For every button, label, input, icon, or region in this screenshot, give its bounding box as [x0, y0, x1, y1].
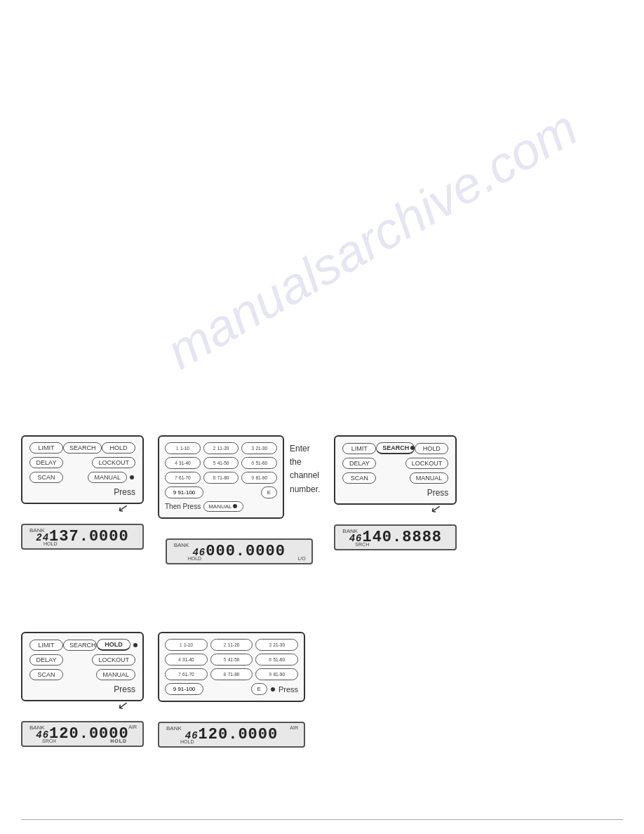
key-8[interactable]: 8 71-80	[203, 472, 239, 484]
then-press-label: Then Press MANUAL	[165, 501, 277, 512]
panel-group-2: 1 1-10 2 11-20 3 21-30 4 31-40 5 41-50 6…	[158, 435, 320, 564]
lcd-value-5: 120.0000	[199, 726, 279, 743]
panel-group-5: 1 1-10 2 11-20 3 21-30 4 31-40 5 41-50 6…	[158, 632, 305, 748]
panel-group-3: LIMIT SEARCH HOLD DELAY LOCKOUT SCAN MAN…	[334, 435, 457, 550]
lcd-hold-label-1: HOLD	[43, 541, 57, 546]
hold-btn-4[interactable]: HOLD	[97, 639, 130, 651]
keypad-panel-5: 1 1-10 2 11-20 3 21-30 4 31-40 5 41-50 6…	[158, 632, 305, 702]
scan-btn-4[interactable]: SCAN	[29, 669, 63, 680]
lcd-bank-label-3: BANK	[342, 528, 358, 534]
lcd-value-2: 000.0000	[206, 543, 286, 560]
key-7[interactable]: 7 61-70	[165, 472, 201, 484]
press-label-4: Press	[29, 684, 135, 694]
panel-group-4: LIMIT SEARCH HOLD DELAY LOCKOUT SCAN MAN…	[21, 632, 144, 747]
hold-btn-3[interactable]: HOLD	[415, 443, 448, 454]
key5-6[interactable]: 6 51-60	[255, 654, 298, 666]
lcd-bank-label-1: BANK	[29, 527, 45, 534]
button-panel-4: LIMIT SEARCH HOLD DELAY LOCKOUT SCAN MAN…	[21, 632, 144, 701]
lockout-btn-3[interactable]: LOCKOUT	[405, 458, 449, 469]
button-panel-3: LIMIT SEARCH HOLD DELAY LOCKOUT SCAN MAN…	[334, 435, 457, 505]
limit-btn-4[interactable]: LIMIT	[29, 640, 63, 651]
manual-btn-1[interactable]: MANUAL	[88, 472, 127, 483]
press-arrow-1: ↙	[116, 499, 130, 516]
key-5[interactable]: 5 41-50	[203, 457, 239, 469]
press-label-5: Press	[279, 685, 298, 694]
panel-group-1: LIMIT SEARCH HOLD DELAY LOCKOUT SCAN MAN…	[21, 435, 144, 550]
lcd-value-3: 140.8888	[362, 529, 442, 546]
enter-channel-text: Enterthechannelnumber.	[290, 435, 320, 496]
bottom-divider	[21, 819, 623, 820]
delay-btn-4[interactable]: DELAY	[29, 654, 63, 666]
key5-8[interactable]: 8 71-80	[210, 668, 253, 680]
key5-3[interactable]: 3 21-30	[255, 639, 298, 651]
key-e[interactable]: E	[261, 486, 277, 498]
lcd-bank-label-4: BANK	[29, 724, 45, 731]
manual-btn-4[interactable]: MANUAL	[96, 669, 135, 680]
manual-dot-1	[130, 475, 134, 479]
lcd-air-label-4: AIR	[128, 724, 137, 729]
press-arrow-3: ↙	[430, 500, 443, 517]
key5-9x[interactable]: 9 91-100	[165, 683, 203, 695]
lcd-hold-label-4: HOLD	[110, 739, 127, 743]
search-btn-3[interactable]: SEARCH	[376, 442, 415, 454]
lcd-display-2: BANK HOLD L/O 46000.0000	[166, 538, 313, 564]
lcd-srch-label-4: SRCH	[42, 739, 56, 743]
lockout-btn-4[interactable]: LOCKOUT	[92, 654, 135, 666]
button-panel-1: LIMIT SEARCH HOLD DELAY LOCKOUT SCAN MAN…	[21, 435, 144, 504]
key-9x[interactable]: 9 91-100	[165, 486, 203, 498]
lcd-hold-label-2: HOLD	[188, 556, 201, 561]
hold-btn-1[interactable]: HOLD	[102, 442, 135, 454]
key5-e[interactable]: E	[251, 683, 267, 695]
manual-btn-3[interactable]: MANUAL	[410, 472, 449, 484]
key5-5[interactable]: 5 41-50	[210, 654, 253, 666]
lcd-display-5: BANK AIR HOLD 46120.0000	[158, 722, 305, 748]
search-btn-4[interactable]: SEARCH	[63, 640, 97, 651]
key5-2[interactable]: 2 11-20	[210, 639, 253, 651]
key-1[interactable]: 1 1-10	[165, 442, 201, 454]
key5-9[interactable]: 9 81-90	[255, 668, 298, 680]
limit-btn-3[interactable]: LIMIT	[342, 443, 376, 454]
key5-7[interactable]: 7 61-70	[165, 668, 208, 680]
lcd-lo-label-2: L/O	[297, 556, 305, 561]
key5-1[interactable]: 1 1-10	[165, 639, 208, 651]
key-6[interactable]: 6 51-60	[241, 457, 277, 469]
hold-dot-4	[133, 643, 137, 647]
key-3[interactable]: 3 21-30	[241, 442, 277, 454]
manual-then-btn[interactable]: MANUAL	[203, 501, 243, 512]
lcd-bank-label-5: BANK	[166, 725, 182, 732]
delay-btn-1[interactable]: DELAY	[29, 457, 63, 468]
lcd-display-4: BANK AIR SRCH HOLD 46120.0000	[21, 721, 144, 747]
delay-btn-3[interactable]: DELAY	[342, 458, 376, 469]
key5-4[interactable]: 4 31-40	[165, 654, 208, 666]
press-label-3: Press	[342, 488, 448, 498]
limit-btn-1[interactable]: LIMIT	[29, 442, 63, 454]
press-label-1: Press	[29, 487, 135, 497]
lcd-display-3: BANK SRCH 46140.8888	[334, 524, 457, 550]
scan-btn-1[interactable]: SCAN	[29, 472, 63, 483]
key-9[interactable]: 9 81-90	[241, 472, 277, 484]
lcd-bank-label-2: BANK	[174, 542, 189, 548]
lcd-hold-label-5: HOLD	[180, 739, 194, 744]
press-arrow-4: ↙	[116, 696, 130, 713]
key-2[interactable]: 2 11-20	[203, 442, 239, 454]
lcd-air-label-5: AIR	[290, 725, 298, 730]
scan-btn-3[interactable]: SCAN	[342, 472, 376, 484]
key-4[interactable]: 4 31-40	[165, 457, 201, 469]
lcd-srch-label-3: SRCH	[355, 542, 369, 547]
e-dot-5	[271, 687, 275, 691]
lcd-display-1: BANK HOLD 24137.0000	[21, 524, 144, 550]
keypad-panel-2: 1 1-10 2 11-20 3 21-30 4 31-40 5 41-50 6…	[158, 435, 284, 519]
lockout-btn-1[interactable]: LOCKOUT	[92, 457, 135, 468]
lcd-value-1: 137.0000	[49, 528, 129, 545]
search-btn-1[interactable]: SEARCH	[63, 442, 102, 454]
watermark-text: manualsarchive.com	[157, 98, 587, 380]
